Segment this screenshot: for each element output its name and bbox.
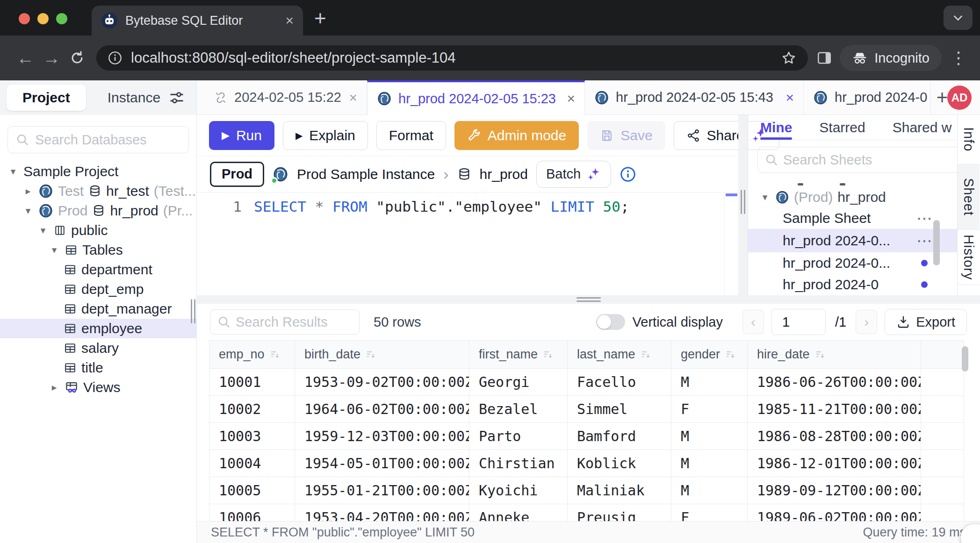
reload-button[interactable] — [69, 50, 85, 66]
expander-icon[interactable]: ▾ — [22, 205, 34, 216]
results-search-input[interactable] — [236, 314, 353, 330]
new-tab-button[interactable]: + — [314, 7, 326, 30]
expander-icon[interactable]: ▾ — [37, 225, 49, 236]
editor-tab-4[interactable]: hr_prod 2024-0 — [804, 80, 931, 114]
tree-item-hr-test[interactable]: ▸ Test hr_test (Test... — [0, 181, 196, 201]
back-button[interactable]: ← — [12, 48, 38, 68]
explain-button[interactable]: ▶ Explain — [283, 121, 368, 150]
column-header-gender[interactable]: gender — [671, 341, 748, 369]
save-button[interactable]: Save — [587, 121, 665, 150]
window-close-button[interactable] — [19, 13, 30, 24]
postgres-icon — [38, 184, 53, 199]
tree-item-tables-group[interactable]: ▾ Tables — [0, 240, 196, 260]
filter-sliders-icon[interactable] — [168, 89, 185, 106]
close-tab-icon[interactable]: × — [349, 90, 357, 106]
next-page-button[interactable]: › — [856, 310, 877, 334]
editor-tab-2-active[interactable]: hr_prod 2024-02-05 15:23 × — [367, 80, 585, 115]
vertical-display-toggle[interactable] — [596, 314, 625, 330]
export-button[interactable]: Export — [885, 309, 967, 335]
tab-instance[interactable]: Instance — [108, 90, 160, 106]
format-label: Format — [389, 128, 433, 143]
window-zoom-button[interactable] — [56, 13, 67, 24]
resize-grip[interactable] — [741, 190, 745, 214]
tree-item-table-dept-emp[interactable]: dept_emp — [0, 279, 196, 299]
tab-mine[interactable]: Mine — [760, 115, 792, 140]
side-tab-history[interactable]: History — [958, 230, 980, 285]
editor-tab-1[interactable]: 2024-02-05 15:22 × — [204, 80, 367, 114]
url-bar[interactable]: localhost:8080/sql-editor/sheet/project-… — [96, 45, 808, 71]
tab-search-button[interactable] — [944, 6, 973, 30]
instance-name[interactable]: Prod Sample Instance — [297, 166, 435, 182]
forward-button[interactable]: → — [38, 48, 65, 68]
environment-chip[interactable]: Prod — [210, 162, 264, 187]
tab-project[interactable]: Project — [7, 85, 86, 111]
close-tab-icon[interactable]: × — [785, 90, 794, 106]
tree-label: dept_emp — [81, 281, 144, 297]
table-icon — [65, 243, 78, 257]
tree-item-table-employee[interactable]: employee — [0, 319, 196, 338]
browser-tab-close-icon[interactable]: × — [285, 14, 294, 28]
run-button[interactable]: ▶ Run — [209, 121, 274, 150]
expander-icon[interactable]: ▾ — [49, 244, 60, 256]
column-header-birth-date[interactable]: birth_date — [295, 341, 469, 369]
tree-item-hr-prod[interactable]: ▾ Prod hr_prod (Pr... — [0, 201, 196, 221]
side-tab-sheet[interactable]: Sheet — [958, 164, 980, 230]
browser-tab[interactable]: Bytebase SQL Editor × — [92, 6, 303, 36]
database-search[interactable] — [7, 126, 189, 153]
tree-item-schema-public[interactable]: ▾ public — [0, 221, 196, 240]
tree-item-table-title[interactable]: title — [0, 358, 196, 378]
expander-icon[interactable]: ▾ — [7, 166, 19, 177]
resize-grip[interactable] — [576, 297, 601, 302]
sheet-item-unsaved[interactable]: hr_prod 2024-0... — [748, 252, 957, 274]
column-header-last-name[interactable]: last_name — [568, 341, 671, 369]
user-avatar[interactable]: AD — [947, 86, 972, 110]
column-header-hire-date[interactable]: hire_date — [748, 341, 921, 369]
database-search-input[interactable] — [35, 132, 181, 148]
panel-resize-gutter-vertical[interactable] — [738, 115, 748, 295]
sheet-search[interactable] — [757, 147, 957, 173]
info-icon[interactable] — [620, 166, 636, 183]
browser-menu-button[interactable]: ⋮ — [949, 48, 968, 68]
sheet-scrollbar-thumb[interactable] — [933, 220, 940, 265]
close-tab-icon[interactable]: × — [567, 91, 575, 107]
column-header-first-name[interactable]: first_name — [469, 341, 568, 369]
sidebar-resize-handle[interactable] — [191, 299, 195, 323]
prev-page-button[interactable]: ‹ — [742, 310, 764, 334]
format-button[interactable]: Format — [376, 121, 446, 150]
sheet-item-sample-sheet[interactable]: Sample Sheet ⋯ — [748, 207, 957, 229]
tree-label: salary — [81, 340, 119, 356]
browser-toolbar: ← → localhost:8080/sql-editor/sheet/proj… — [0, 36, 980, 80]
page-input[interactable] — [771, 309, 826, 335]
sheet-item-selected[interactable]: hr_prod 2024-0... ⋯ — [748, 229, 957, 252]
tree-item-table-salary[interactable]: salary — [0, 338, 196, 358]
column-header-emp-no[interactable]: emp_no — [209, 341, 295, 369]
bookmark-star-icon[interactable] — [781, 50, 797, 66]
tree-item-views-group[interactable]: ▸ Views — [0, 378, 196, 397]
database-name[interactable]: hr_prod — [480, 166, 528, 182]
sheet-search-input[interactable] — [783, 152, 957, 168]
editor-tab-3[interactable]: hr_prod 2024-02-05 15:43 × — [585, 80, 804, 114]
sql-code-editor[interactable]: 1 SELECT * FROM "public"."employee" LIMI… — [197, 193, 738, 295]
tab-starred[interactable]: Starred — [819, 115, 865, 140]
tree-item-table-dept-manager[interactable]: dept_manager — [0, 299, 196, 319]
tree-item-table-department[interactable]: department — [0, 260, 196, 279]
more-actions-icon[interactable]: ⋯ — [916, 214, 932, 222]
panel-resize-gutter-horizontal[interactable] — [197, 295, 980, 304]
site-info-icon[interactable] — [108, 50, 122, 65]
more-actions-icon[interactable]: ⋯ — [916, 237, 932, 245]
expander-icon[interactable]: ▸ — [22, 186, 34, 197]
batch-button[interactable]: Batch — [536, 161, 611, 188]
expander-icon[interactable]: ▸ — [49, 382, 60, 393]
side-tab-info[interactable]: Info — [958, 115, 980, 164]
results-search[interactable] — [210, 309, 360, 335]
sheet-item-unsaved-clipped[interactable]: hr_prod 2024-0 — [748, 274, 957, 295]
expander-icon[interactable]: ▾ — [759, 192, 771, 203]
table-icon — [64, 342, 77, 355]
tab-shared[interactable]: Shared w — [893, 115, 952, 140]
side-panel-icon[interactable] — [816, 50, 832, 66]
sheet-group-hr-prod[interactable]: ▾ (Prod) hr_prod — [748, 187, 957, 207]
admin-mode-button[interactable]: Admin mode — [454, 121, 579, 150]
window-minimize-button[interactable] — [37, 13, 49, 24]
tree-item-project[interactable]: ▾ Sample Project — [0, 162, 196, 181]
results-scrollbar-thumb[interactable] — [962, 346, 968, 372]
